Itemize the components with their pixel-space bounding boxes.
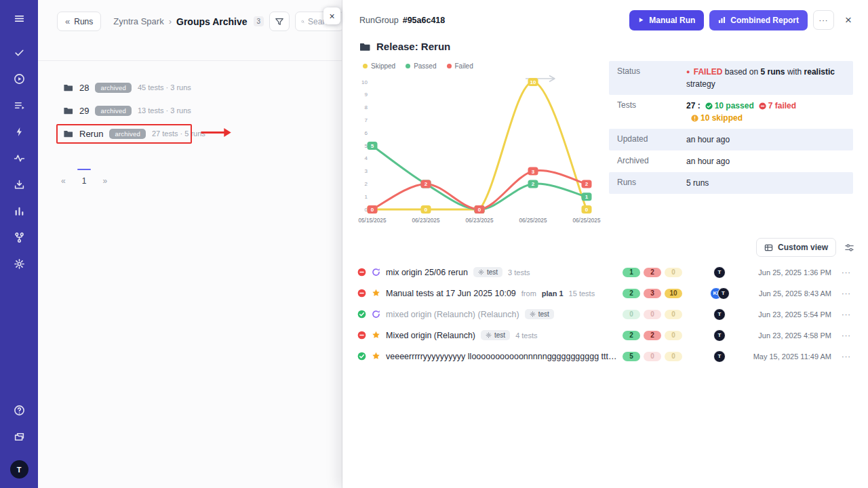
menu-icon[interactable] bbox=[9, 9, 28, 28]
run-row[interactable]: mix origin 25/06 reruntest3 tests 120 T … bbox=[353, 262, 860, 283]
run-plan-link[interactable]: plan 1 bbox=[542, 289, 564, 298]
run-avatar[interactable]: T bbox=[713, 350, 726, 363]
run-main: Manual tests at 17 Jun 2025 10:09frompla… bbox=[386, 289, 617, 298]
svg-text:1: 1 bbox=[585, 194, 589, 200]
back-to-runs-button[interactable]: « Runs bbox=[57, 12, 101, 31]
legend-failed: Failed bbox=[447, 62, 473, 70]
flaky-icon[interactable] bbox=[9, 122, 28, 141]
group-list: 28 archived 45 tests · 3 runs 29 archive… bbox=[38, 76, 342, 145]
run-row[interactable]: veeeerrrrryyyyyyyyyy llooooooooooonnnnng… bbox=[353, 346, 860, 367]
runs-trend-chart: SkippedPassedFailed 01234567891005/15/20… bbox=[355, 62, 614, 227]
legend-passed: Passed bbox=[406, 62, 436, 70]
run-avatars: T bbox=[700, 308, 739, 321]
git-fork-icon[interactable] bbox=[9, 228, 28, 247]
run-status-passed-icon bbox=[357, 352, 366, 361]
svg-text:1: 1 bbox=[365, 194, 368, 200]
run-origin-auto-icon bbox=[372, 310, 380, 319]
svg-text:0: 0 bbox=[371, 207, 374, 213]
run-more-button[interactable]: ··· bbox=[837, 268, 856, 277]
legend-skipped: Skipped bbox=[363, 62, 395, 70]
check-icon[interactable] bbox=[9, 43, 28, 62]
run-result-counts: 500 bbox=[623, 352, 694, 361]
folder-icon bbox=[63, 83, 73, 93]
folders-icon[interactable] bbox=[9, 427, 28, 446]
activity-icon[interactable] bbox=[9, 148, 28, 167]
run-row[interactable]: mixed origin (Relaunch) (Relaunch)test 0… bbox=[353, 304, 860, 325]
svg-text:0: 0 bbox=[585, 207, 589, 213]
run-more-button[interactable]: ··· bbox=[837, 310, 856, 319]
run-more-button[interactable]: ··· bbox=[837, 289, 856, 298]
combined-report-button[interactable]: Combined Report bbox=[709, 10, 808, 30]
run-title[interactable]: mixed origin (Relaunch) (Relaunch) bbox=[386, 310, 519, 319]
play-circle-icon[interactable] bbox=[9, 69, 28, 88]
run-result-counts: 120 bbox=[623, 268, 694, 277]
gear-icon[interactable] bbox=[9, 254, 28, 273]
run-avatars: T bbox=[700, 266, 739, 279]
sidebar-top-icons bbox=[9, 9, 28, 281]
gear-icon bbox=[530, 311, 536, 317]
run-title[interactable]: Manual tests at 17 Jun 2025 10:09 bbox=[386, 289, 516, 298]
run-avatar[interactable]: T bbox=[713, 329, 726, 342]
groups-toolbar: « Runs Zyntra Spark › Groups Archive 3 bbox=[38, 0, 342, 61]
passed-count-pill: 2 bbox=[623, 289, 640, 298]
run-date: Jun 23, 2025 4:58 PM bbox=[745, 331, 831, 340]
pagination-prev-button[interactable]: « bbox=[58, 174, 68, 188]
app-root: T « Runs Zyntra Spark › Groups Archive 3 bbox=[0, 0, 868, 488]
run-avatars: T bbox=[700, 350, 739, 363]
run-row[interactable]: Manual tests at 17 Jun 2025 10:09frompla… bbox=[353, 283, 860, 304]
svg-text:06/25/2025: 06/25/2025 bbox=[573, 218, 601, 224]
minus-circle-icon bbox=[759, 102, 766, 110]
group-row-Rerun[interactable]: Rerun archived 27 tests · 5 runs bbox=[38, 122, 342, 145]
run-status-failed-icon bbox=[357, 331, 366, 340]
bar-chart-icon bbox=[718, 16, 726, 24]
panel-close-button[interactable]: × bbox=[323, 7, 340, 24]
run-list-icon[interactable] bbox=[9, 96, 28, 115]
run-avatar[interactable]: T bbox=[713, 266, 726, 279]
breadcrumb-separator-icon: › bbox=[169, 16, 172, 26]
pagination-page-1[interactable]: 1 bbox=[79, 174, 90, 188]
archived-badge: archived bbox=[95, 106, 132, 116]
status-row: Status ● FAILED based on 5 runs with rea… bbox=[609, 61, 853, 95]
check-circle-icon bbox=[705, 102, 713, 110]
svg-text:10: 10 bbox=[361, 79, 368, 85]
help-icon[interactable] bbox=[9, 401, 28, 420]
detail-close-button[interactable]: × bbox=[840, 10, 857, 30]
breadcrumb-project[interactable]: Zyntra Spark bbox=[113, 16, 163, 26]
inbox-in-icon[interactable] bbox=[9, 175, 28, 194]
sidebar-bottom-icons bbox=[9, 401, 28, 453]
run-title[interactable]: mix origin 25/06 rerun bbox=[386, 268, 468, 277]
user-avatar[interactable]: T bbox=[10, 460, 28, 479]
svg-text:5: 5 bbox=[371, 143, 374, 149]
group-row-29[interactable]: 29 archived 13 tests · 3 runs bbox=[38, 99, 342, 122]
archived-label: Archived bbox=[617, 155, 686, 167]
run-status-failed-icon bbox=[357, 268, 366, 277]
run-title[interactable]: veeeerrrrryyyyyyyyyy llooooooooooonnnnng… bbox=[386, 352, 617, 361]
filter-button[interactable] bbox=[269, 12, 290, 31]
failed-count-pill: 0 bbox=[644, 352, 661, 361]
pagination-next-button[interactable]: » bbox=[100, 174, 110, 188]
combined-report-label: Combined Report bbox=[730, 16, 799, 25]
run-avatar[interactable]: T bbox=[717, 287, 730, 300]
run-avatar[interactable]: T bbox=[713, 308, 726, 321]
svg-text:8: 8 bbox=[365, 104, 368, 110]
run-title[interactable]: Mixed origin (Relaunch) bbox=[386, 331, 475, 340]
run-more-button[interactable]: ··· bbox=[837, 352, 856, 361]
failed-count-pill: 0 bbox=[644, 310, 661, 319]
manual-run-button[interactable]: Manual Run bbox=[629, 10, 704, 30]
more-actions-button[interactable]: ··· bbox=[813, 10, 834, 30]
folder-icon bbox=[63, 129, 73, 139]
group-row-28[interactable]: 28 archived 45 tests · 3 runs bbox=[38, 76, 342, 99]
run-origin-manual-icon bbox=[372, 289, 380, 298]
run-origin-auto-icon bbox=[372, 268, 380, 277]
svg-text:3: 3 bbox=[532, 169, 535, 175]
group-meta: 45 tests · 3 runs bbox=[138, 83, 191, 92]
bar-chart-icon[interactable] bbox=[9, 201, 28, 220]
runs-count-value: 5 runs bbox=[686, 177, 709, 189]
display-settings-icon[interactable] bbox=[844, 243, 854, 253]
run-row[interactable]: Mixed origin (Relaunch)test4 tests 220 T… bbox=[353, 325, 860, 346]
svg-text:06/23/2025: 06/23/2025 bbox=[466, 218, 494, 224]
folder-icon bbox=[359, 41, 370, 52]
run-more-button[interactable]: ··· bbox=[837, 331, 856, 340]
custom-view-button[interactable]: Custom view bbox=[756, 238, 836, 257]
search-icon bbox=[301, 18, 304, 26]
